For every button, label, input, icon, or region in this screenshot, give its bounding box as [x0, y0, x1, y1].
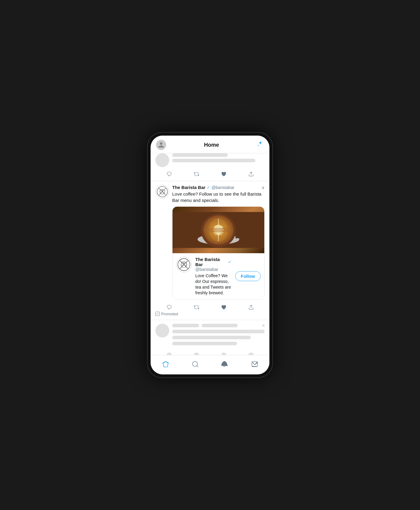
like-button[interactable]: [221, 304, 226, 310]
barista-bar-logo: B A R: [157, 186, 168, 197]
tweet-author-name: The Barista Bar: [172, 185, 206, 190]
share-icon: [248, 304, 254, 310]
like-action[interactable]: [221, 171, 226, 177]
partial-content: [172, 153, 265, 164]
share-action[interactable]: [248, 171, 254, 177]
tweet-body: The Barista Bar ✓ @baristabar ∨ Love cof…: [172, 185, 265, 303]
tweet-name-row: The Barista Bar ✓ @baristabar: [172, 185, 234, 190]
mail-icon: [251, 361, 258, 368]
home-icon: [162, 361, 169, 368]
promoted-tweet: B A R The Barista Bar ✓ @baristabar: [151, 181, 269, 320]
retweet-button[interactable]: [194, 304, 199, 310]
promo-card[interactable]: B A R The Barista Bar ✓: [172, 206, 265, 300]
svg-text:B: B: [183, 262, 184, 264]
tweet-feed: B A R The Barista Bar ✓ @baristabar: [151, 153, 269, 355]
user-avatar[interactable]: [156, 140, 166, 150]
svg-text:R: R: [185, 265, 186, 266]
skeleton-action: [166, 352, 172, 355]
sparkle-icon[interactable]: [257, 140, 264, 149]
comment-icon: [166, 304, 172, 310]
share-icon: [248, 171, 254, 177]
follow-button[interactable]: Follow: [235, 271, 261, 281]
comment-button[interactable]: [166, 304, 172, 310]
promoted-text: Promoted: [161, 312, 178, 316]
tweet-author-handle: @baristabar: [212, 185, 234, 190]
page-title: Home: [204, 142, 219, 148]
skeleton-action: [248, 352, 254, 355]
skeleton-actions-1: [155, 351, 265, 355]
nav-messages[interactable]: [247, 359, 262, 370]
promo-barista-logo: B A R: [177, 258, 190, 271]
skeleton-line: [172, 336, 251, 339]
partial-tweet: [151, 153, 269, 181]
retweet-action[interactable]: [194, 171, 199, 177]
skeleton-line: [172, 159, 255, 162]
partial-avatar: [155, 153, 169, 167]
tweet-meta: The Barista Bar ✓ @baristabar ∨: [172, 185, 265, 190]
skeleton-line: [172, 342, 237, 345]
promo-info: The Barista Bar ✓ @baristabar Love Coffe…: [195, 257, 232, 296]
skeleton-line: [172, 324, 199, 327]
skeleton-line: [202, 324, 238, 327]
retweet-icon: [194, 304, 199, 310]
promo-name-row: The Barista Bar ✓: [195, 257, 232, 267]
tweet-actions-partial: [155, 170, 265, 178]
share-button[interactable]: [248, 304, 254, 310]
skeleton-tweet-1: [151, 320, 269, 355]
verified-badge: ✓: [207, 185, 210, 190]
svg-text:R: R: [164, 192, 164, 193]
coffee-image: [172, 207, 264, 253]
promo-card-bottom: B A R The Barista Bar ✓: [172, 253, 264, 299]
svg-point-13: [203, 228, 233, 232]
skeleton-action: [194, 352, 199, 355]
nav-home[interactable]: [158, 359, 173, 370]
promoted-icon: ↗: [155, 312, 160, 316]
tweet-actions: [155, 303, 265, 311]
skeleton-action: [221, 352, 226, 355]
bell-icon: [221, 361, 229, 368]
app-header: Home: [151, 136, 269, 153]
avatar-icon: [158, 142, 164, 148]
tweet-header-row: B A R The Barista Bar ✓ @baristabar: [155, 185, 265, 303]
search-icon: [192, 361, 199, 368]
skeleton-line: [172, 153, 228, 157]
chevron-down-icon[interactable]: ∨: [262, 185, 265, 190]
skeleton-body-1: [172, 324, 265, 348]
like-icon: [221, 171, 226, 177]
like-icon: [221, 304, 226, 310]
tweet-text: Love coffee? Follow us to see the full B…: [172, 191, 265, 203]
tweet-author-avatar[interactable]: B A R: [155, 185, 169, 199]
skeleton-line: [172, 330, 265, 333]
promoted-label: ↗ Promoted: [155, 312, 265, 316]
comment-icon: [166, 171, 172, 177]
nav-search[interactable]: [188, 359, 203, 370]
skeleton-dot: [262, 324, 265, 327]
promo-account-bio: Love Coffee? We do! Our espresso, tea an…: [195, 273, 232, 296]
promo-account-name: The Barista Bar: [195, 257, 227, 267]
retweet-icon: [194, 171, 199, 177]
promo-verified-badge: ✓: [228, 260, 232, 264]
nav-notifications[interactable]: [217, 359, 233, 370]
phone-screen: Home: [151, 136, 269, 374]
skeleton-avatar-1: [155, 324, 169, 338]
promo-account-handle: @baristabar: [195, 267, 232, 272]
phone-frame: Home: [147, 132, 273, 378]
comment-action[interactable]: [166, 171, 172, 177]
svg-text:A: A: [160, 192, 161, 193]
coffee-latte-art: [172, 207, 264, 253]
promo-logo: B A R: [176, 257, 192, 272]
bottom-navigation: [151, 355, 269, 374]
